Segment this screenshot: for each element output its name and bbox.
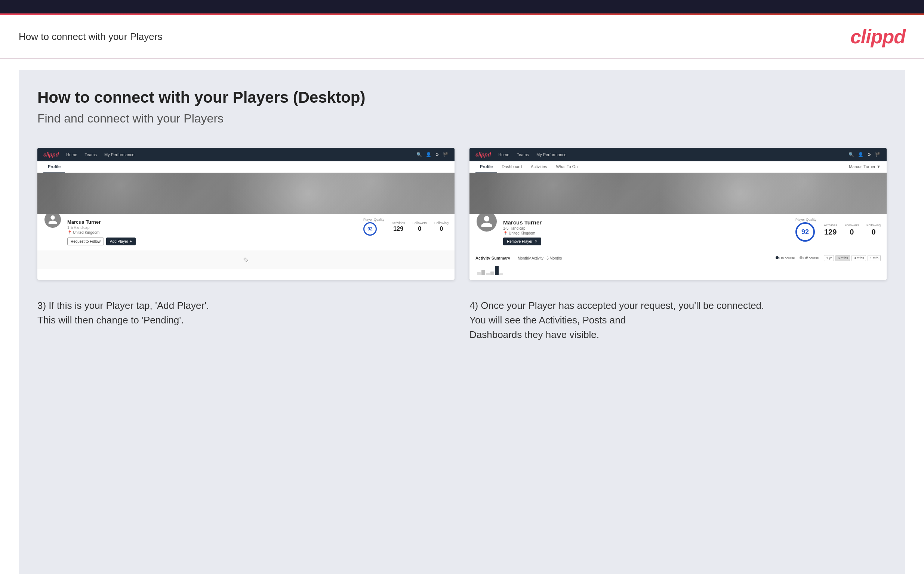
left-tab-profile[interactable]: Profile [44, 161, 65, 172]
chart-bar-5 [495, 266, 499, 275]
activity-period: Monthly Activity · 6 Months [518, 256, 562, 260]
activity-summary: Activity Summary Monthly Activity · 6 Mo… [470, 251, 887, 280]
right-tabs: Profile Dashboard Activities What To On … [470, 161, 887, 173]
right-profile-location: 📍 United Kingdom [503, 231, 787, 235]
left-nav-icons: 🔍 👤 ⚙ 🏴 [417, 152, 449, 157]
content-title: How to connect with your Players (Deskto… [37, 89, 887, 106]
right-flag-icon[interactable]: 🏴 [875, 152, 880, 157]
right-nav-home[interactable]: Home [498, 152, 509, 157]
left-navbar: clippd Home Teams My Performance 🔍 👤 ⚙ 🏴 [37, 148, 454, 161]
left-stat-activities: Activities 129 [392, 221, 405, 232]
caption-left: 3) If this is your Player tap, 'Add Play… [37, 298, 454, 342]
chart-bar-3 [486, 273, 489, 275]
activity-chart [475, 264, 880, 275]
main-content: How to connect with your Players (Deskto… [19, 70, 905, 574]
left-banner-image [37, 173, 454, 214]
left-profile-details: Marcus Turner 1-5 Handicap 📍 United King… [67, 218, 354, 245]
flag-icon[interactable]: 🏴 [443, 152, 449, 157]
right-nav-performance[interactable]: My Performance [536, 152, 567, 157]
left-profile-location: 📍 United Kingdom [67, 230, 354, 235]
left-stat-followers: Followers 0 [412, 221, 427, 232]
left-profile-handicap: 1-5 Handicap [67, 226, 354, 230]
chart-bar-4 [490, 271, 494, 275]
right-tab-dashboard[interactable]: Dashboard [497, 161, 526, 172]
right-profile-details: Marcus Turner 1-5 Handicap 📍 United King… [503, 218, 787, 245]
content-subtitle: Find and connect with your Players [37, 112, 887, 126]
right-app-logo: clippd [475, 152, 491, 158]
activity-header: Activity Summary Monthly Activity · 6 Mo… [475, 255, 880, 261]
left-stats-row: Player Quality 92 Activities 129 Followe… [360, 218, 449, 236]
left-nav-performance[interactable]: My Performance [104, 152, 134, 157]
right-quality-circle: 92 [795, 222, 815, 242]
right-nav-icons: 🔍 👤 ⚙ 🏴 [848, 152, 880, 157]
mock-app-left: clippd Home Teams My Performance 🔍 👤 ⚙ 🏴… [37, 148, 454, 269]
left-quality-circle: 92 [363, 222, 377, 236]
settings-icon[interactable]: ⚙ [435, 152, 439, 157]
screenshots-row: clippd Home Teams My Performance 🔍 👤 ⚙ 🏴… [37, 148, 887, 280]
right-settings-icon[interactable]: ⚙ [867, 152, 871, 157]
on-course-legend: On course [775, 256, 795, 260]
left-stat-following: Following 0 [435, 221, 449, 232]
right-profile-info: Marcus Turner 1-5 Handicap 📍 United King… [470, 214, 887, 251]
left-screenshot-bottom: ✎ [37, 251, 454, 269]
left-profile-info: Marcus Turner 1-5 Handicap 📍 United King… [37, 214, 454, 251]
activity-legend: On course Off course [775, 256, 819, 260]
right-navbar: clippd Home Teams My Performance 🔍 👤 ⚙ 🏴 [470, 148, 887, 161]
right-stat-following: Following 0 [866, 223, 880, 236]
left-nav-teams[interactable]: Teams [85, 152, 97, 157]
right-profile-name: Marcus Turner [503, 219, 787, 226]
left-nav-home[interactable]: Home [66, 152, 77, 157]
chart-bar-6 [499, 273, 503, 275]
left-app-logo: clippd [44, 152, 59, 158]
right-tab-what-to-on[interactable]: What To On [551, 161, 582, 172]
filter-3mths[interactable]: 3 mths [851, 255, 866, 261]
screenshot-right: clippd Home Teams My Performance 🔍 👤 ⚙ 🏴… [470, 148, 887, 280]
right-player-dropdown[interactable]: Marcus Turner ▼ [849, 161, 880, 172]
remove-player-button[interactable]: Remove Player ✕ [503, 237, 541, 245]
filter-6mths[interactable]: 6 mths [835, 255, 850, 261]
right-profile-banner [470, 173, 887, 214]
user-icon[interactable]: 👤 [426, 152, 431, 157]
right-profile-handicap: 1-5 Handicap [503, 226, 787, 230]
pencil-icon: ✎ [243, 256, 249, 265]
right-tab-activities[interactable]: Activities [526, 161, 551, 172]
right-tab-profile[interactable]: Profile [475, 161, 497, 172]
chart-bar-1 [477, 272, 481, 275]
activity-filters: 1 yr 6 mths 3 mths 1 mth [824, 255, 880, 261]
page-title: How to connect with your Players [19, 31, 162, 43]
header: How to connect with your Players clippd [0, 15, 924, 59]
right-stat-quality: Player Quality 92 [795, 218, 816, 242]
request-to-follow-button[interactable]: Request to Follow [67, 237, 104, 245]
filter-1mth[interactable]: 1 mth [867, 255, 880, 261]
right-search-icon[interactable]: 🔍 [848, 152, 854, 157]
right-banner-image [470, 173, 887, 214]
location-pin-icon: 📍 [67, 230, 72, 235]
left-profile-name: Marcus Turner [67, 219, 354, 225]
left-tabs: Profile [37, 161, 454, 173]
activity-title: Activity Summary [475, 256, 510, 260]
screenshot-left: clippd Home Teams My Performance 🔍 👤 ⚙ 🏴… [37, 148, 454, 280]
right-stat-activities: Activities 129 [824, 223, 837, 236]
left-profile-actions: Request to Follow Add Player + [67, 237, 354, 245]
caption-row: 3) If this is your Player tap, 'Add Play… [37, 298, 887, 342]
mock-app-right: clippd Home Teams My Performance 🔍 👤 ⚙ 🏴… [470, 148, 887, 280]
add-player-button[interactable]: Add Player + [106, 237, 136, 245]
off-course-legend: Off course [800, 256, 819, 260]
right-user-icon[interactable]: 👤 [858, 152, 863, 157]
right-stats-row: Player Quality 92 Activities 129 Followe… [792, 218, 880, 242]
plus-icon: + [130, 239, 132, 243]
chart-bar-2 [481, 270, 485, 275]
top-bar [0, 0, 924, 15]
caption-right: 4) Once your Player has accepted your re… [470, 298, 887, 342]
left-stat-quality: Player Quality 92 [363, 218, 384, 236]
right-location-pin-icon: 📍 [503, 231, 507, 235]
clippd-logo: clippd [850, 26, 905, 48]
search-icon[interactable]: 🔍 [417, 152, 422, 157]
right-stat-followers: Followers 0 [844, 223, 859, 236]
right-nav-teams[interactable]: Teams [517, 152, 529, 157]
remove-x-icon: ✕ [535, 239, 538, 243]
filter-1yr[interactable]: 1 yr [824, 255, 834, 261]
left-profile-banner [37, 173, 454, 214]
